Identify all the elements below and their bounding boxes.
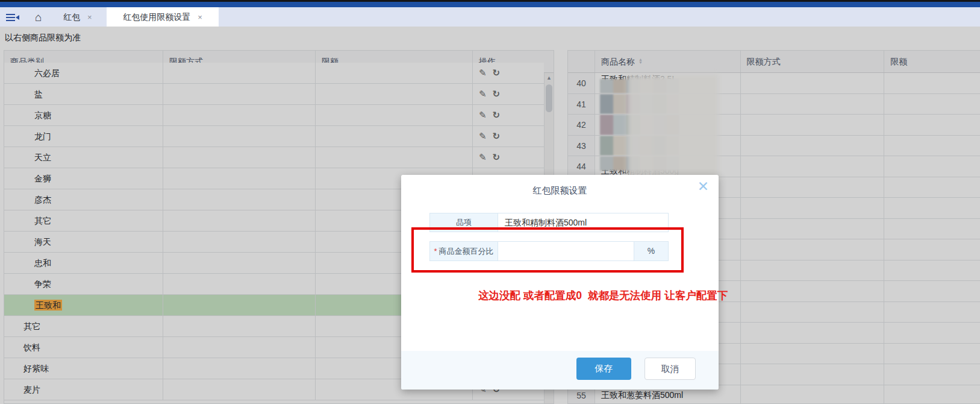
annotation-rectangle: [411, 227, 684, 273]
app-window: ⌂ 红包 × 红包使用限额设置 × 以右侧商品限额为准 商品类别 限额方式 限额…: [0, 0, 980, 404]
tab-bar: ⌂ 红包 × 红包使用限额设置 ×: [0, 7, 980, 27]
dialog-footer: 保存 取消: [401, 351, 719, 390]
tab-label: 红包: [63, 12, 80, 22]
close-icon[interactable]: ✕: [698, 178, 709, 195]
cancel-button[interactable]: 取消: [644, 358, 696, 380]
close-icon[interactable]: ×: [87, 13, 92, 22]
browser-chrome-strip: [0, 2, 980, 7]
dialog-title: 红包限额设置: [401, 185, 719, 197]
tab-hongbao[interactable]: 红包 ×: [57, 7, 98, 27]
close-icon[interactable]: ×: [198, 13, 202, 22]
annotation-text: 这边没配 或者配置成0 就都是无法使用 让客户配置下: [478, 288, 728, 303]
home-icon[interactable]: ⌂: [35, 8, 42, 27]
hongbao-limit-dialog: 红包限额设置 ✕ 品项 王致和精制料酒500ml *商品金额百分比 % 这边没配…: [401, 175, 719, 390]
tab-hongbao-limit-settings[interactable]: 红包使用限额设置 ×: [107, 7, 219, 27]
tab-label: 红包使用限额设置: [123, 12, 190, 22]
collapse-menu-icon[interactable]: [6, 12, 19, 22]
save-button[interactable]: 保存: [576, 358, 631, 380]
